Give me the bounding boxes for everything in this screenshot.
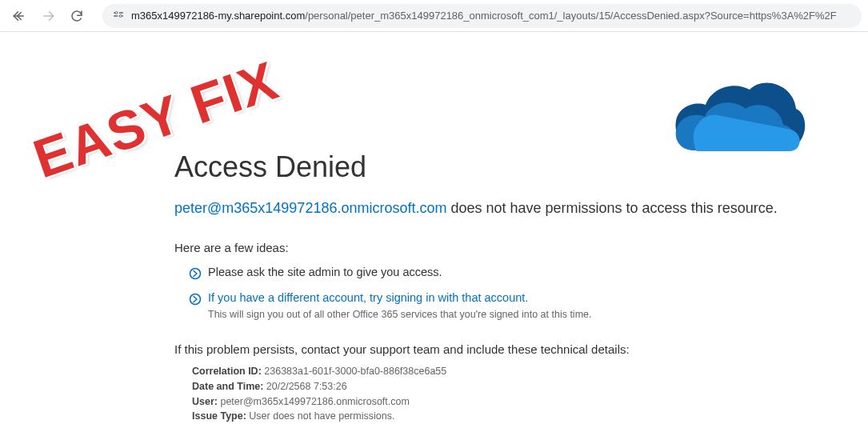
ideas-heading: Here are a few ideas: xyxy=(174,241,868,254)
svg-point-5 xyxy=(119,14,122,17)
svg-rect-1 xyxy=(119,12,123,13)
user-email: peter@m365x149972186.onmicrosoft.com xyxy=(174,200,446,216)
issue-type-label: Issue Type: xyxy=(192,410,246,422)
forward-button[interactable] xyxy=(35,3,61,29)
issue-type-value: User does not have permissions. xyxy=(246,410,395,422)
url-text: m365x149972186-my.sharepoint.com/persona… xyxy=(131,10,837,22)
reload-button[interactable] xyxy=(64,3,90,29)
user-value: peter@m365x149972186.onmicrosoft.com xyxy=(218,396,410,407)
page-content: EASY FIX Access Denied peter@m365x149972… xyxy=(0,32,868,424)
arrow-left-icon xyxy=(12,9,26,23)
svg-rect-2 xyxy=(114,15,118,16)
address-bar[interactable]: m365x149972186-my.sharepoint.com/persona… xyxy=(102,4,862,28)
idea-item: Please ask the site admin to give you ac… xyxy=(189,266,868,280)
idea-subtext: This will sign you out of all other Offi… xyxy=(208,309,868,320)
reload-icon xyxy=(70,9,84,23)
back-button[interactable] xyxy=(6,3,32,29)
datetime-label: Date and Time: xyxy=(192,381,263,392)
svg-point-6 xyxy=(190,269,201,279)
idea-text: Please ask the site admin to give you ac… xyxy=(208,266,442,278)
idea-item: If you have a different account, try sig… xyxy=(189,291,868,306)
permission-message: peter@m365x149972186.onmicrosoft.com doe… xyxy=(174,200,868,217)
datetime-value: 20/2/2568 7:53:26 xyxy=(263,381,346,392)
svg-point-7 xyxy=(190,294,201,305)
arrow-circle-icon xyxy=(189,293,202,306)
arrow-circle-icon xyxy=(189,267,202,280)
arrow-right-icon xyxy=(41,9,55,23)
correlation-id-label: Correlation ID: xyxy=(192,366,262,377)
sign-in-different-account-link[interactable]: If you have a different account, try sig… xyxy=(208,291,528,304)
permission-suffix: does not have permissions to access this… xyxy=(446,200,777,216)
persist-message: If this problem persists, contact your s… xyxy=(174,342,868,356)
technical-details: Correlation ID: 236383a1-601f-3000-bfa0-… xyxy=(192,364,868,424)
onedrive-logo-icon xyxy=(670,77,806,165)
user-label: User: xyxy=(192,396,218,407)
site-settings-icon xyxy=(112,10,125,22)
svg-point-4 xyxy=(115,11,118,14)
correlation-id-value: 236383a1-601f-3000-bfa0-886f38ce6a55 xyxy=(262,366,446,377)
browser-toolbar: m365x149972186-my.sharepoint.com/persona… xyxy=(0,0,868,32)
